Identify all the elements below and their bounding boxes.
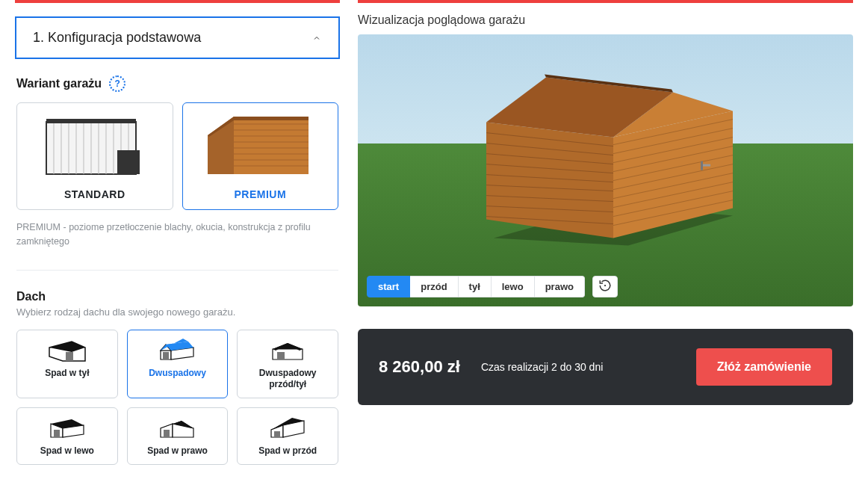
config-panel: 1. Konfiguracja podstawowa Wariant garaż… [15, 0, 340, 465]
roof-right-label: Spad w prawo [132, 445, 223, 457]
svg-rect-37 [277, 352, 285, 359]
variant-section-title: Wariant garażu [16, 77, 102, 90]
roof-right-icon [132, 414, 223, 442]
help-icon[interactable]: ? [109, 75, 125, 92]
roof-gable-fb-label: Dwuspadowy przód/tył [242, 368, 333, 390]
chevron-up-icon [311, 33, 322, 43]
summary-bar: 8 260,00 zł Czas realizacji 2 do 30 dni … [358, 329, 853, 405]
svg-rect-77 [703, 164, 710, 167]
accordion-title: 1. Konfiguracja podstawowa [33, 30, 201, 46]
viz-view-back[interactable]: tył [459, 276, 492, 297]
svg-marker-15 [208, 117, 234, 174]
roof-gable-label: Dwuspadowy [132, 368, 223, 379]
roof-front-icon [242, 414, 333, 442]
roof-section-subtitle: Wybierz rodzaj dachu dla swojego nowego … [16, 306, 338, 318]
roof-option-gable[interactable]: Dwuspadowy [127, 330, 229, 398]
svg-rect-46 [164, 430, 170, 437]
viz-view-left[interactable]: lewo [492, 276, 535, 297]
roof-option-back[interactable]: Spad w tył [16, 330, 118, 398]
price-value: 8 260,00 zł [379, 357, 460, 377]
svg-rect-41 [54, 430, 60, 437]
variant-premium-image [189, 109, 332, 184]
viz-view-front[interactable]: przód [410, 276, 458, 297]
roof-front-label: Spad w przód [242, 445, 333, 457]
garage-3d-viewport[interactable]: start przód tył lewo prawo [358, 34, 853, 306]
roof-option-right[interactable]: Spad w prawo [127, 407, 229, 465]
variant-premium-label: PREMIUM [189, 188, 332, 200]
viz-view-right[interactable]: prawo [535, 276, 585, 297]
roof-left-icon [22, 414, 113, 442]
rotate-icon [598, 279, 612, 295]
variant-option-standard[interactable]: STANDARD [16, 102, 173, 210]
variant-standard-image [23, 109, 167, 184]
svg-rect-50 [274, 431, 280, 437]
garage-render [464, 70, 748, 250]
viz-view-start[interactable]: start [367, 276, 410, 297]
variant-standard-label: STANDARD [23, 188, 167, 200]
svg-point-78 [604, 284, 606, 286]
variant-option-premium[interactable]: PREMIUM [182, 102, 339, 210]
place-order-button[interactable]: Złóż zamówienie [696, 348, 832, 386]
roof-option-front[interactable]: Spad w przód [237, 407, 338, 465]
roof-back-label: Spad w tył [22, 368, 113, 379]
variant-description: PREMIUM - poziome przetłoczenie blachy, … [16, 220, 338, 249]
accordion-header-basic-config[interactable]: 1. Konfiguracja podstawowa [15, 16, 340, 59]
roof-section-title: Dach [16, 290, 338, 303]
svg-rect-27 [66, 352, 73, 361]
svg-rect-13 [117, 150, 140, 174]
roof-option-gable-fb[interactable]: Dwuspadowy przód/tył [237, 330, 338, 398]
roof-back-icon [22, 336, 113, 365]
svg-rect-76 [701, 161, 703, 170]
viz-rotate-button[interactable] [592, 276, 618, 297]
svg-rect-12 [46, 119, 136, 123]
lead-time-text: Czas realizacji 2 do 30 dni [481, 361, 675, 373]
divider [16, 270, 338, 271]
roof-gable-icon [132, 336, 223, 365]
svg-marker-14 [234, 117, 309, 174]
roof-option-left[interactable]: Spad w lewo [16, 407, 118, 465]
roof-left-label: Spad w lewo [22, 445, 113, 457]
viz-title: Wizualizacja poglądowa garażu [358, 13, 853, 27]
svg-rect-33 [163, 352, 169, 359]
roof-gable-fb-icon [242, 336, 333, 365]
preview-panel: Wizualizacja poglądowa garażu [358, 0, 853, 405]
